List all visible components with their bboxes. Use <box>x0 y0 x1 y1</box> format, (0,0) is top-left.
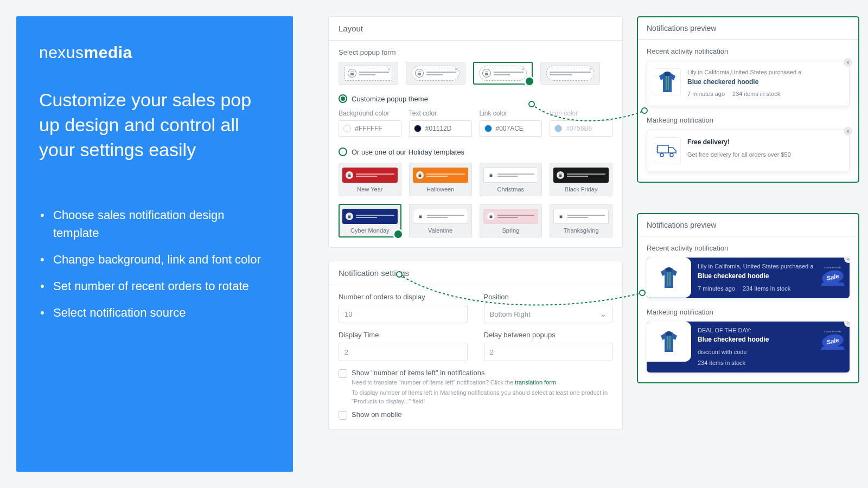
close-icon[interactable]: × <box>844 322 850 327</box>
notif-title: Free delivery! <box>687 138 791 147</box>
notif-meta: 7 minutes ago <box>687 90 725 99</box>
template-name: Valentine <box>413 227 468 234</box>
field-label: Link color <box>480 110 542 117</box>
marketing-label: Marketing notification <box>647 308 850 316</box>
popup-form-pill[interactable]: × <box>406 62 465 85</box>
notif-meta: 234 items in stock <box>698 359 745 368</box>
promo-headline: Customize your sales pop up design and c… <box>39 88 270 163</box>
field-label: Position <box>484 293 613 301</box>
settings-column: Layout Select popup form × × × × Customi… <box>328 16 623 488</box>
notif-meta: 234 items in stock <box>732 90 780 99</box>
marketing-notification-dark: × DEAL OF THE DAY: Blue checkered hoodie… <box>647 322 850 373</box>
orders-input[interactable]: 10 <box>339 305 468 323</box>
select-popup-label: Select popup form <box>339 48 612 56</box>
template-valentine[interactable]: Valentine <box>409 204 472 237</box>
template-name: New Year <box>342 186 398 192</box>
product-image <box>647 322 691 362</box>
template-cyber-monday[interactable]: Cyber Monday <box>339 204 401 237</box>
popup-form-rect[interactable]: × <box>339 62 398 85</box>
checkbox-hint: To display number of items left in Marke… <box>352 389 612 406</box>
field-label: Delay between popups <box>484 331 613 339</box>
template-halloween[interactable]: Halloween <box>409 163 472 196</box>
delay-input[interactable]: 2 <box>484 343 613 361</box>
preview-column: Notifications preview Recent activity no… <box>637 16 859 488</box>
color-value: #0756B6 <box>566 125 592 132</box>
notif-title: Blue checkered hoodie <box>687 78 801 87</box>
orders-field: Number of orders to display 10 <box>339 293 468 323</box>
preview-title: Notifications preview <box>638 17 858 40</box>
layout-panel: Layout Select popup form × × × × Customi… <box>328 16 623 248</box>
delay-field: Delay between popups 2 <box>484 331 613 361</box>
svg-point-2 <box>670 153 673 157</box>
recent-activity-label: Recent activity notification <box>647 244 850 252</box>
svg-text:CYBER MONDAY: CYBER MONDAY <box>824 330 841 333</box>
template-christmas[interactable]: Christmas <box>480 163 542 196</box>
marketing-label: Marketing notification <box>647 116 850 124</box>
cyber-monday-badge: CYBER MONDAYSale <box>819 264 846 287</box>
radio-icon <box>339 94 347 103</box>
template-spring[interactable]: Spring <box>480 204 542 237</box>
checkbox-icon <box>339 369 347 378</box>
template-name: Christmas <box>483 186 539 192</box>
brand: nexusmedia <box>39 43 270 62</box>
promo-bullets: Choose sales notification design templat… <box>39 206 270 322</box>
bullet-item: Choose sales notification design templat… <box>39 206 270 242</box>
field-label: Display Time <box>339 331 468 339</box>
radio-icon <box>339 147 347 156</box>
template-thanksgiving[interactable]: Thanksgiving <box>550 204 612 237</box>
close-icon[interactable]: × <box>844 258 850 263</box>
color-value: #007ACE <box>496 125 524 132</box>
checkbox-label: Show on mobile <box>352 410 402 419</box>
color-fields: Background color #FFFFFF Text color #011… <box>339 110 612 137</box>
brand-light: nexus <box>39 43 84 61</box>
field-label: Number of orders to display <box>339 293 468 301</box>
brand-bold: media <box>84 43 132 61</box>
position-select[interactable]: Bottom Right <box>484 305 613 323</box>
bullet-item: Change background, link and font color <box>39 251 270 268</box>
preview-panel-cyber: Notifications preview Recent activity no… <box>637 213 859 383</box>
position-field: Position Bottom Right <box>484 293 613 323</box>
bg-color-field: Background color #FFFFFF <box>339 110 401 137</box>
template-new-year[interactable]: New Year <box>339 163 401 196</box>
close-icon[interactable]: × <box>844 58 852 67</box>
checkbox-hint: Need to translate "number of items left"… <box>352 378 612 387</box>
holiday-template-radio[interactable]: Or use one of our Holiday templates <box>339 147 612 156</box>
link-color-field: Link color #007ACE <box>480 110 542 137</box>
display-time-field: Display Time 2 <box>339 331 468 361</box>
link-color-input[interactable]: #007ACE <box>480 120 542 137</box>
customize-theme-radio[interactable]: Customize popup theme <box>339 94 612 103</box>
cyber-monday-badge: CYBER MONDAYSale <box>819 328 846 351</box>
recent-activity-label: Recent activity notification <box>647 47 850 55</box>
show-items-left-checkbox[interactable]: Show "number of items left" in notificat… <box>339 369 612 406</box>
color-value: #01112D <box>425 125 452 132</box>
radio-label: Or use one of our Holiday templates <box>352 148 464 156</box>
holiday-templates: New YearHalloweenChristmasBlack FridayCy… <box>339 163 612 237</box>
icon-color-input[interactable]: #0756B6 <box>550 120 612 137</box>
svg-rect-0 <box>658 145 668 153</box>
checkbox-label: Show "number of items left" in notificat… <box>352 369 485 377</box>
template-name: Thanksgiving <box>553 227 609 234</box>
translation-form-link[interactable]: translation form <box>515 379 556 386</box>
truck-icon <box>654 137 681 164</box>
text-color-input[interactable]: #01112D <box>409 120 472 137</box>
close-icon[interactable]: × <box>844 127 852 136</box>
notif-meta: 7 minutes ago <box>698 285 735 293</box>
bullet-item: Set number of recent orders to rotate <box>39 277 270 295</box>
popup-form-noicon[interactable]: × <box>540 62 600 85</box>
product-image <box>647 258 691 298</box>
preview-title: Notifications preview <box>638 214 858 236</box>
panel-title: Layout <box>329 17 622 41</box>
show-mobile-checkbox[interactable]: Show on mobile <box>339 410 612 420</box>
display-time-input[interactable]: 2 <box>339 343 468 361</box>
template-name: Cyber Monday <box>342 227 398 234</box>
product-image <box>654 68 681 95</box>
text-color-field: Text color #01112D <box>409 110 472 137</box>
recent-activity-notification-dark: × Lily in California, United States purc… <box>647 258 850 298</box>
bg-color-input[interactable]: #FFFFFF <box>339 120 401 137</box>
svg-point-1 <box>660 153 663 157</box>
color-value: #FFFFFF <box>355 125 382 132</box>
template-black-friday[interactable]: Black Friday <box>550 163 612 196</box>
popup-form-pill-selected[interactable]: × <box>473 62 533 85</box>
checkbox-icon <box>339 411 347 420</box>
template-name: Black Friday <box>553 186 609 192</box>
